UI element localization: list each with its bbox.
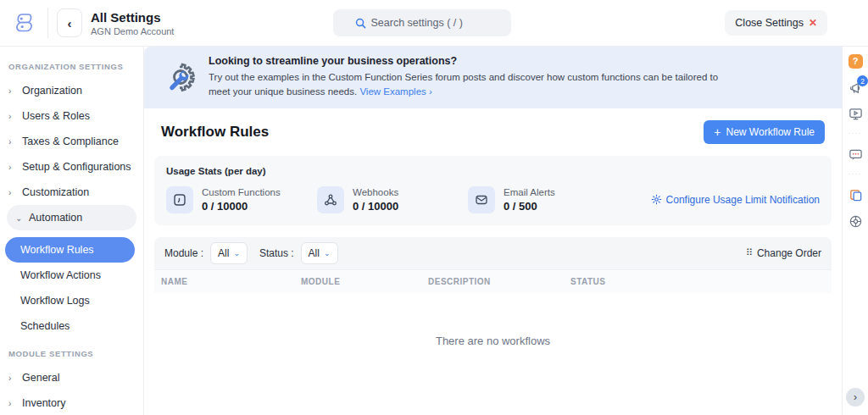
books-logo[interactable] [10,12,39,34]
utility-rail: ? 2 ···· ···· [842,47,868,415]
section-organization-settings: ORGANIZATION SETTINGS [0,57,143,78]
sidebar-item-label: Users & Roles [22,110,90,122]
demo-videos-button[interactable] [848,106,863,121]
back-button[interactable]: ‹ [57,8,82,37]
chevron-right-icon: › [8,137,15,147]
status-filter-dropdown[interactable]: All ⌄ [301,242,338,264]
sidebar-item-label: Inventory [22,397,65,409]
stat-label: Webhooks [353,187,398,197]
stat-label: Custom Functions [202,187,281,197]
stat-email-alerts: Email Alerts 0 / 500 [468,186,619,213]
stat-webhooks: Webhooks 0 / 10000 [317,186,468,213]
sidebar-item-label: Automation [29,212,82,224]
close-x-icon: ✕ [809,17,817,29]
view-examples-link[interactable]: View Examples › [359,86,431,97]
monitor-play-icon [849,107,863,121]
banner-body-text: Try out the examples in the Custom Funct… [209,72,718,97]
custom-functions-icon [166,186,193,213]
sidebar-item-customization[interactable]: › Customization [0,180,143,205]
sidebar-item-automation[interactable]: ⌄ Automation [7,205,136,230]
announcements-button[interactable]: 2 [848,80,863,95]
help-question-icon: ? [853,56,859,66]
sidebar-item-label: General [22,372,59,384]
new-workflow-rule-label: New Workflow Rule [726,126,815,138]
support-wheel-button[interactable] [848,213,863,229]
sidebar-item-workflow-actions[interactable]: Workflow Actions [0,263,143,288]
change-order-button[interactable]: ⠿ Change Order [746,247,821,259]
stat-value: 0 / 500 [504,200,555,213]
help-button[interactable]: ? [848,53,863,69]
stat-value: 0 / 10000 [202,200,281,213]
plus-icon: + [714,125,721,139]
sidebar-item-users-roles[interactable]: › Users & Roles [0,103,143,129]
sidebar-item-label: Taxes & Compliance [22,136,119,147]
chevron-down-icon: ⌄ [324,249,331,257]
docs-icon [849,188,863,202]
configure-usage-limit-link[interactable]: Configure Usage Limit Notification [651,194,820,206]
announcements-badge: 2 [857,75,868,86]
column-header-module: MODULE [301,277,428,286]
empty-state-text: There are no workflows [436,335,550,347]
expand-panel-button[interactable]: › [846,388,865,407]
chevron-right-icon: › [8,399,15,408]
banner-body: Try out the examples in the Custom Funct… [209,70,734,100]
banner-title: Looking to streamline your business oper… [209,55,734,67]
settings-search[interactable] [333,9,511,36]
search-icon [355,18,366,29]
banner-text: Looking to streamline your business oper… [209,55,734,100]
chevron-down-icon: ⌄ [233,249,240,257]
workflow-table-body: There are no workflows [154,293,832,415]
sidebar-item-label: Setup & Configurations [22,161,131,173]
settings-sidebar: ORGANIZATION SETTINGS › Organization › U… [0,47,144,415]
promo-banner: Looking to streamline your business oper… [144,47,842,108]
chevron-down-icon: ⌄ [15,213,22,223]
column-header-description: DESCRIPTION [428,277,570,286]
drag-handle-icon: ⠿ [746,247,752,258]
status-filter-value: All [309,247,320,259]
account-name: AGN Demo Account [91,26,174,36]
new-workflow-rule-button[interactable]: + New Workflow Rule [704,120,825,144]
resources-button[interactable] [848,187,863,202]
chevron-right-icon: › [8,188,15,197]
section-module-settings: MODULE SETTINGS [0,344,143,365]
workflow-table-header: NAME MODULE DESCRIPTION STATUS [154,269,832,293]
books-logo-icon [14,12,36,34]
change-order-label: Change Order [757,247,821,259]
sidebar-item-schedules[interactable]: Schedules [0,313,143,339]
webhooks-icon [317,186,344,213]
sidebar-item-taxes-compliance[interactable]: › Taxes & Compliance [0,129,143,154]
column-header-status: STATUS [570,277,825,286]
sidebar-item-inventory[interactable]: › Inventory [0,390,143,415]
settings-app: ‹ All Settings AGN Demo Account Close Se… [0,0,868,415]
top-header: ‹ All Settings AGN Demo Account Close Se… [0,0,868,47]
feedback-chat-button[interactable] [848,147,863,162]
search-input[interactable] [371,17,490,29]
chevron-right-icon: › [8,374,15,383]
close-settings-button[interactable]: Close Settings ✕ [725,10,827,36]
sidebar-item-organization[interactable]: › Organization [0,78,143,103]
sidebar-item-workflow-logs[interactable]: Workflow Logs [0,288,143,313]
gear-icon [651,194,662,205]
main-content: Looking to streamline your business oper… [144,47,842,415]
chat-bubble-icon [849,147,863,162]
module-filter-dropdown[interactable]: All ⌄ [210,242,248,264]
sidebar-item-general[interactable]: › General [0,365,143,390]
stat-value: 0 / 10000 [353,200,398,213]
sidebar-item-workflow-rules[interactable]: Workflow Rules [5,237,135,263]
wheel-icon [849,214,863,229]
status-filter-label: Status : [259,247,294,259]
usage-stats-card: Usage Stats (per day) Custom Functions 0… [154,156,832,225]
chevron-right-icon: › [8,163,15,172]
close-settings-label: Close Settings [735,17,804,29]
back-chevron-icon: ‹ [68,16,72,30]
chevron-right-icon: › [8,86,15,96]
sidebar-item-setup-configurations[interactable]: › Setup & Configurations [0,154,143,180]
header-divider [47,8,48,38]
page-context-title: All Settings [91,10,174,25]
sidebar-item-label: Customization [22,186,89,198]
page-title: Workflow Rules [161,124,269,141]
email-alerts-icon [468,186,495,213]
column-header-name: NAME [161,277,301,286]
chevron-right-icon: › [854,391,857,403]
rail-divider: ···· [848,173,862,176]
